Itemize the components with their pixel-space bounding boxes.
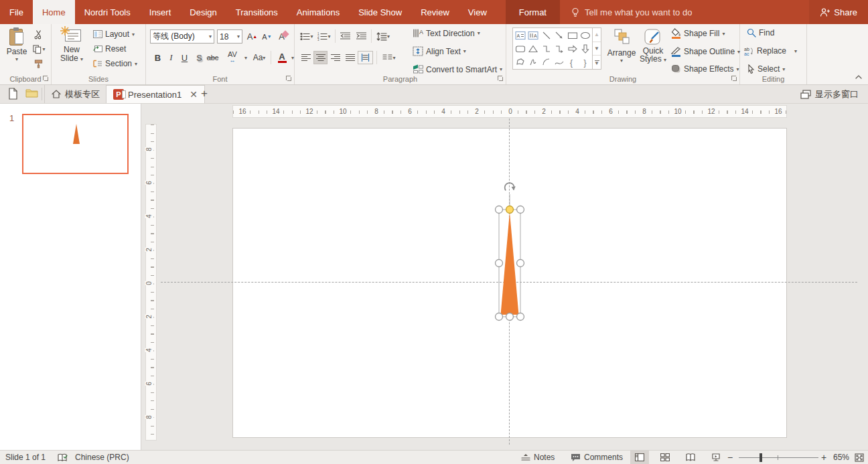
reset-button[interactable]: Reset <box>93 44 126 54</box>
arrange-button[interactable]: Arrange ▾ <box>607 28 636 64</box>
slide-1-thumbnail[interactable] <box>22 114 129 174</box>
text-shadow-button[interactable]: S <box>193 51 206 64</box>
clipboard-dialog-launcher[interactable] <box>43 76 49 82</box>
open-folder-button[interactable] <box>25 88 38 100</box>
shape-left-brace-icon[interactable]: { <box>566 56 579 69</box>
replace-button[interactable]: abac Replace▾ <box>744 46 797 56</box>
paste-dropdown-arrow[interactable]: ▾ <box>15 56 18 62</box>
template-zone-tab[interactable]: 模板专区 <box>44 85 107 103</box>
close-tab-icon[interactable]: ✕ <box>190 89 198 100</box>
shape-arrow-icon[interactable] <box>553 29 567 42</box>
normal-view-button[interactable] <box>630 451 649 464</box>
paste-button[interactable]: Paste ▾ <box>4 27 29 62</box>
tab-format[interactable]: Format <box>506 0 560 24</box>
section-button[interactable]: Section▾ <box>93 59 137 68</box>
tell-me-box[interactable]: Tell me what you want to do <box>571 0 692 24</box>
font-dialog-launcher[interactable] <box>286 76 292 82</box>
text-direction-button[interactable]: A Text Direction▾ <box>413 28 480 38</box>
format-painter-button[interactable] <box>31 58 46 70</box>
character-spacing-dropdown[interactable]: ▾ <box>241 51 250 64</box>
clear-formatting-button[interactable]: A <box>276 29 291 44</box>
language-status[interactable]: Chinese (PRC) <box>75 451 129 464</box>
shape-elbow-arrow-connector-icon[interactable] <box>553 42 567 56</box>
bullets-button[interactable]: ▾ <box>299 29 315 43</box>
tab-review[interactable]: Review <box>411 0 459 24</box>
resize-handle-bottom-center[interactable] <box>506 313 514 321</box>
line-spacing-button[interactable]: ▾ <box>374 29 392 43</box>
shape-oval-icon[interactable] <box>579 29 593 42</box>
spell-check-button[interactable] <box>58 451 68 464</box>
slide-sorter-view-button[interactable] <box>656 451 674 464</box>
select-button[interactable]: Select▾ <box>747 64 785 74</box>
copy-button[interactable]: ▾ <box>29 43 48 55</box>
shape-right-brace-icon[interactable]: } <box>579 56 593 69</box>
tab-design[interactable]: Design <box>180 0 226 24</box>
justify-button[interactable] <box>343 51 357 64</box>
tab-slide-show[interactable]: Slide Show <box>349 0 411 24</box>
adjust-handle[interactable] <box>506 206 514 214</box>
resize-handle-bottom-right[interactable] <box>517 313 524 321</box>
increase-indent-button[interactable] <box>354 29 368 43</box>
convert-to-smartart-button[interactable]: Convert to SmartArt▾ <box>413 64 502 74</box>
slide-info[interactable]: Slide 1 of 1 <box>5 451 46 464</box>
shapes-more-button[interactable]: ▼ <box>593 56 601 69</box>
resize-handle-bottom-left[interactable] <box>496 313 503 321</box>
tab-animations[interactable]: Animations <box>287 0 349 24</box>
layout-button[interactable]: Layout▾ <box>93 29 135 39</box>
shape-vertical-text-box-icon[interactable]: A <box>527 29 540 42</box>
align-center-button[interactable] <box>313 51 328 64</box>
zoom-out-button[interactable]: − <box>727 451 733 464</box>
tab-home[interactable]: Home <box>33 0 75 24</box>
shape-rounded-rectangle-icon[interactable] <box>514 42 527 56</box>
character-spacing-button[interactable]: AV ↔ <box>224 51 241 64</box>
resize-handle-top-left[interactable] <box>496 206 503 214</box>
tab-nordri-tools[interactable]: Nordri Tools <box>75 0 140 24</box>
show-multiple-windows-button[interactable]: 显示多窗口 <box>800 88 859 100</box>
bold-button[interactable]: B <box>151 51 164 64</box>
find-button[interactable]: Find <box>747 28 774 37</box>
presentation1-tab[interactable]: P Presentation1 ✕ <box>106 85 205 103</box>
tab-insert[interactable]: Insert <box>140 0 181 24</box>
isosceles-triangle-shape[interactable] <box>501 212 519 315</box>
notes-button[interactable]: Notes <box>521 451 555 464</box>
comments-button[interactable]: Comments <box>571 451 623 464</box>
shape-down-arrow-icon[interactable] <box>579 42 593 56</box>
change-case-button[interactable]: Aa▾ <box>252 51 267 64</box>
shape-isosceles-triangle-icon[interactable] <box>527 42 540 56</box>
align-text-button[interactable]: Align Text▾ <box>413 46 466 56</box>
new-tab-button[interactable]: + <box>201 87 208 100</box>
rotation-handle-icon[interactable] <box>505 183 516 190</box>
cut-button[interactable] <box>31 28 46 40</box>
shape-line-icon[interactable] <box>540 29 553 42</box>
numbering-button[interactable]: 123 ▾ <box>316 29 332 43</box>
zoom-slider-handle[interactable] <box>760 453 762 462</box>
tab-file[interactable]: File <box>0 0 33 24</box>
shapes-scroll-up-button[interactable]: ▲ <box>593 28 601 42</box>
shape-freeform-icon[interactable] <box>514 56 527 69</box>
quick-styles-button[interactable]: Quick Styles ▾ <box>638 28 668 64</box>
strikethrough-button[interactable]: abc <box>206 51 219 64</box>
increase-font-size-button[interactable]: A▲ <box>245 29 259 44</box>
tab-transitions[interactable]: Transitions <box>226 0 287 24</box>
shape-effects-button[interactable]: Shape Effects▾ <box>671 64 739 74</box>
columns-button[interactable]: ▾ <box>379 51 399 64</box>
slide-show-view-button[interactable] <box>707 451 725 464</box>
decrease-font-size-button[interactable]: A▼ <box>260 29 274 44</box>
resize-handle-mid-right[interactable] <box>517 260 524 267</box>
shape-text-box-icon[interactable]: A <box>514 29 527 42</box>
share-button[interactable]: Share <box>809 0 868 24</box>
resize-handle-mid-left[interactable] <box>496 260 503 267</box>
align-left-button[interactable] <box>299 51 313 64</box>
tab-view[interactable]: View <box>459 0 496 24</box>
shape-curve-icon[interactable] <box>553 56 567 69</box>
reading-view-button[interactable] <box>681 451 700 464</box>
zoom-level[interactable]: 65% <box>833 451 849 464</box>
shape-fill-button[interactable]: Shape Fill▾ <box>671 28 725 39</box>
new-slide-button[interactable]: New Slide ▾ <box>57 27 86 64</box>
underline-button[interactable]: U <box>178 51 191 64</box>
italic-button[interactable]: I <box>165 51 177 64</box>
shape-scribble-icon[interactable] <box>527 56 540 69</box>
fit-to-window-button[interactable] <box>855 451 864 464</box>
shape-rectangle-icon[interactable] <box>566 29 579 42</box>
decrease-indent-button[interactable] <box>338 29 352 43</box>
